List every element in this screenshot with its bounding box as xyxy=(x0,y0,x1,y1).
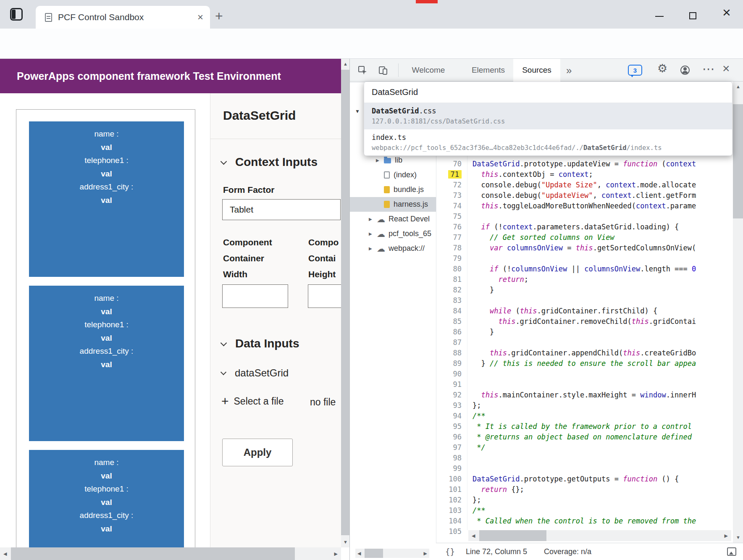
scrollbar-thumb[interactable] xyxy=(479,530,546,541)
scroll-down-icon[interactable]: ▼ xyxy=(343,540,348,544)
scroll-left-icon[interactable]: ◀ xyxy=(357,551,361,556)
account-icon[interactable] xyxy=(680,66,690,75)
devtools-close-icon[interactable]: × xyxy=(722,62,730,75)
line-number[interactable]: 73 xyxy=(436,190,467,201)
line-number[interactable]: 89 xyxy=(436,358,467,369)
line-number[interactable]: 79 xyxy=(436,253,467,264)
tab-actions-menu-icon[interactable] xyxy=(10,8,23,21)
scrollbar-thumb[interactable] xyxy=(11,547,295,560)
quick-open-result[interactable]: index.tswebpack://pcf_tools_652ac3f36e…4… xyxy=(364,129,732,156)
scroll-up-icon[interactable]: ▲ xyxy=(736,84,740,89)
line-number[interactable]: 78 xyxy=(436,243,467,253)
file-tree-item-index[interactable]: (index) xyxy=(349,168,436,182)
file-tree-item-react-devel[interactable]: ▶☁React Devel xyxy=(349,212,436,226)
line-number[interactable]: 104 xyxy=(436,516,467,526)
line-number[interactable]: 101 xyxy=(436,484,467,495)
line-number[interactable]: 75 xyxy=(436,211,467,222)
line-number[interactable]: 93 xyxy=(436,400,467,411)
browser-tab[interactable]: PCF Control Sandbox × xyxy=(36,6,210,29)
line-number[interactable]: 102 xyxy=(436,495,467,505)
record-card[interactable]: name :valtelephone1 :valaddress1_city :v… xyxy=(29,286,184,441)
record-card[interactable]: name :valtelephone1 :valaddress1_city :v… xyxy=(29,121,184,277)
window-maximize-button[interactable] xyxy=(689,12,696,19)
line-number[interactable]: 97 xyxy=(436,442,467,453)
line-number[interactable]: 71 xyxy=(436,169,467,180)
line-number[interactable]: 98 xyxy=(436,453,467,463)
line-number[interactable]: 81 xyxy=(436,274,467,285)
line-number[interactable]: 83 xyxy=(436,295,467,306)
more-tabs-icon[interactable]: » xyxy=(566,65,572,76)
line-number[interactable]: 76 xyxy=(436,222,467,232)
scrollbar-thumb[interactable] xyxy=(365,549,383,558)
width-input[interactable] xyxy=(222,284,288,308)
new-tab-button[interactable]: + xyxy=(215,9,223,23)
line-number[interactable]: 87 xyxy=(436,337,467,348)
scroll-left-icon[interactable]: ◀ xyxy=(472,534,475,538)
window-minimize-button[interactable] xyxy=(655,16,664,17)
tab-welcome[interactable]: Welcome xyxy=(405,59,452,82)
expand-arrow-icon[interactable]: ▶ xyxy=(369,217,374,221)
expand-arrow-icon[interactable]: ▶ xyxy=(376,158,381,163)
quick-open-result[interactable]: DataSetGrid.css127.0.0.1:8181/css/DataSe… xyxy=(364,103,732,129)
scroll-left-icon[interactable]: ◀ xyxy=(3,552,7,556)
expand-arrow-icon[interactable]: ▶ xyxy=(369,231,374,236)
scroll-right-icon[interactable]: ▶ xyxy=(725,534,728,538)
scrollbar-thumb[interactable] xyxy=(733,104,743,218)
code-editor[interactable]: 70DataSetGrid.prototype.updateView = fun… xyxy=(436,159,733,538)
height-input[interactable] xyxy=(308,284,341,308)
console-messages-badge[interactable]: 3 xyxy=(628,65,642,76)
line-number[interactable]: 72 xyxy=(436,180,467,190)
inspect-element-icon[interactable] xyxy=(358,66,368,77)
dataset-grid-section[interactable]: dataSetGrid xyxy=(221,367,289,379)
line-number[interactable]: 70 xyxy=(436,159,467,169)
editor-horizontal-scrollbar[interactable]: ◀ ▶ xyxy=(468,530,731,541)
apply-button[interactable]: Apply xyxy=(222,439,293,466)
file-tree-item-webpack[interactable]: ▶☁webpack:// xyxy=(349,241,436,256)
pretty-print-icon[interactable]: {} xyxy=(445,547,455,556)
navigator-horizontal-scrollbar[interactable]: ◀ ▶ xyxy=(355,549,429,558)
record-card[interactable]: name :valtelephone1 :valaddress1_city :v… xyxy=(29,450,184,560)
tab-sources[interactable]: Sources xyxy=(513,59,560,82)
line-number[interactable]: 100 xyxy=(436,474,467,484)
show-drawer-icon[interactable] xyxy=(727,547,736,556)
quick-open-input[interactable]: DataSetGrid xyxy=(364,82,732,103)
context-inputs-section[interactable]: Context Inputs xyxy=(221,155,318,169)
editor-vertical-scrollbar[interactable]: ▲ ▼ xyxy=(733,82,743,543)
line-number[interactable]: 84 xyxy=(436,306,467,316)
line-number[interactable]: 82 xyxy=(436,285,467,295)
file-tree-item-bundle-js[interactable]: bundle.js xyxy=(349,182,436,197)
devtools-menu-icon[interactable]: ⋯ xyxy=(702,61,715,76)
devtools-divider[interactable] xyxy=(349,59,350,560)
line-number[interactable]: 80 xyxy=(436,264,467,274)
scroll-right-icon[interactable]: ▶ xyxy=(334,552,338,556)
scroll-up-icon[interactable]: ▲ xyxy=(343,62,348,66)
page-vertical-scrollbar[interactable]: ▲ ▼ xyxy=(341,59,349,547)
line-number[interactable]: 86 xyxy=(436,327,467,337)
scroll-right-icon[interactable]: ▶ xyxy=(424,551,427,556)
line-number[interactable]: 85 xyxy=(436,316,467,327)
select-file-button[interactable]: + Select a file xyxy=(221,395,284,408)
scrollbar-thumb[interactable] xyxy=(341,70,349,535)
line-number[interactable]: 96 xyxy=(436,432,467,442)
line-number[interactable]: 88 xyxy=(436,348,467,358)
line-number[interactable]: 77 xyxy=(436,232,467,243)
line-number[interactable]: 90 xyxy=(436,369,467,379)
scroll-down-icon[interactable]: ▼ xyxy=(736,535,740,540)
settings-gear-icon[interactable]: ⚙ xyxy=(657,63,667,74)
device-toolbar-icon[interactable] xyxy=(378,66,388,77)
line-number[interactable]: 91 xyxy=(436,379,467,390)
data-inputs-section[interactable]: Data Inputs xyxy=(221,337,299,350)
line-number[interactable]: 105 xyxy=(436,526,467,537)
tab-elements[interactable]: Elements xyxy=(464,59,512,82)
line-number[interactable]: 94 xyxy=(436,411,467,421)
file-tree-item-pcf-tools-65[interactable]: ▶☁pcf_tools_65 xyxy=(349,226,436,241)
line-number[interactable]: 103 xyxy=(436,505,467,516)
page-horizontal-scrollbar[interactable]: ◀ ▶ xyxy=(0,547,341,560)
expand-arrow-icon[interactable]: ▶ xyxy=(369,246,374,251)
window-close-button[interactable]: × xyxy=(722,5,731,19)
form-factor-select[interactable]: Tablet xyxy=(222,199,341,220)
line-number[interactable]: 92 xyxy=(436,390,467,400)
tab-close-icon[interactable]: × xyxy=(197,12,203,22)
line-number[interactable]: 99 xyxy=(436,463,467,474)
file-tree-item-harness-js[interactable]: harness.js xyxy=(349,197,436,212)
